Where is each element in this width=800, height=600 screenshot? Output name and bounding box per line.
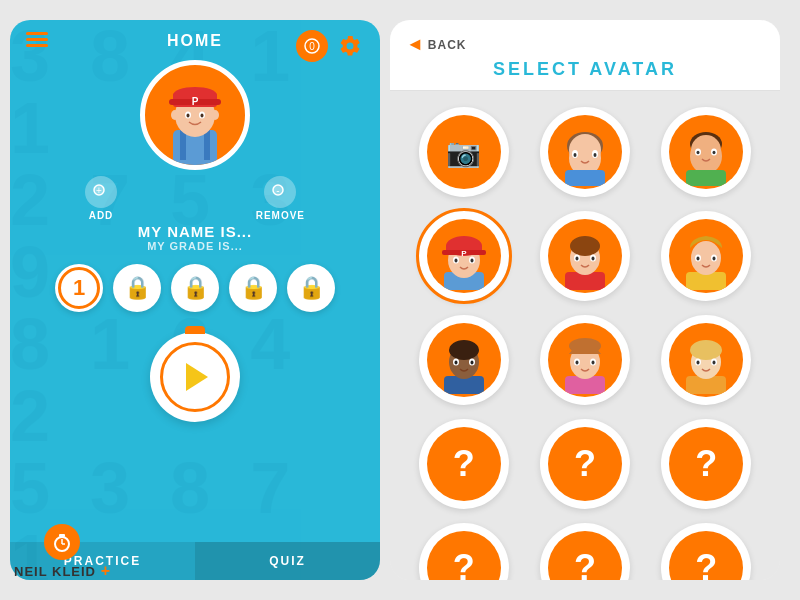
select-avatar-title: SELECT AVATAR [493,59,677,80]
avatar-item-camera[interactable]: 📷 [419,107,509,197]
hamburger-button[interactable] [26,32,48,47]
badge-icon[interactable]: 0 [296,30,328,62]
avatar-item-girl3[interactable] [540,315,630,405]
level-2-button[interactable]: 🔒 [113,264,161,312]
avatar-item-unknown2[interactable]: ? [540,419,630,509]
unknown2-icon: ? [574,443,596,485]
levels-row: 1 🔒 🔒 🔒 🔒 [55,264,335,312]
avatar-grid: 📷 [390,91,780,580]
back-arrow-icon: ◄ [406,34,424,55]
svg-point-76 [690,340,722,360]
svg-rect-4 [204,130,210,160]
svg-rect-28 [565,170,605,186]
avatar-item-girl2[interactable] [661,211,751,301]
svg-point-53 [591,257,594,261]
avatar-item-girl1[interactable] [540,107,630,197]
name-section: MY NAME IS... MY GRADE IS... [138,223,252,252]
lock-icon-2: 🔒 [124,275,151,301]
boy5-avatar [669,323,743,397]
avatar-item-unknown6[interactable]: ? [661,523,751,580]
svg-point-46 [470,259,473,263]
boy2-avatar: P [427,219,501,293]
boy2-face: P [430,222,498,290]
unknown4-icon: ? [453,547,475,580]
quiz-tab[interactable]: QUIZ [195,542,380,580]
back-button[interactable]: ◄ BACK [406,34,467,55]
avatar-item-unknown1[interactable]: ? [419,419,509,509]
svg-point-52 [575,257,578,261]
svg-point-16 [211,110,219,120]
timer-button[interactable] [150,332,240,422]
avatar-item-boy2-selected[interactable]: P [419,211,509,301]
avatar-item-unknown3[interactable]: ? [661,419,751,509]
unknown1-icon: ? [453,443,475,485]
girl1-avatar [548,115,622,189]
settings-button[interactable] [336,32,364,60]
svg-rect-84 [59,534,65,537]
boy4-avatar [427,323,501,397]
girl3-avatar [548,323,622,397]
svg-point-69 [569,338,601,354]
svg-point-79 [697,361,700,365]
level-4-button[interactable]: 🔒 [229,264,277,312]
brand-name: NEIL KLEID + [14,562,111,580]
svg-point-34 [697,151,700,155]
svg-point-66 [470,361,473,365]
right-panel: ◄ BACK SELECT AVATAR 📷 [390,20,780,580]
avatar-item-unknown5[interactable]: ? [540,523,630,580]
svg-text:P: P [192,96,199,107]
svg-point-23 [569,134,601,166]
camera-icon: 📷 [446,136,481,169]
svg-point-13 [187,114,190,118]
boy3-face [551,222,619,290]
svg-point-35 [713,151,716,155]
lock-icon-4: 🔒 [240,275,267,301]
boy3-avatar [548,219,622,293]
level-3-button[interactable]: 🔒 [171,264,219,312]
avatar-item-boy1[interactable] [661,107,751,197]
unknown5-icon: ? [574,547,596,580]
unknown6-icon: ? [695,547,717,580]
level-5-button[interactable]: 🔒 [287,264,335,312]
brand-timer-icon [44,524,80,560]
avatar-item-boy3[interactable] [540,211,630,301]
svg-point-26 [573,153,576,157]
svg-point-49 [570,236,600,256]
left-header: HOME 0 [10,20,380,54]
timer-inner [160,342,230,412]
unknown6-avatar: ? [669,531,743,580]
svg-text:-: - [277,185,280,196]
svg-point-27 [593,153,596,157]
unknown1-avatar: ? [427,427,501,501]
girl3-face [551,326,619,394]
unknown3-icon: ? [695,443,717,485]
avatar-item-boy5[interactable] [661,315,751,405]
avatar-item-boy4[interactable] [419,315,509,405]
boy1-avatar [669,115,743,189]
add-player-button[interactable]: + ADD [85,176,117,221]
boy1-face [672,118,740,186]
right-header: ◄ BACK SELECT AVATAR [390,20,780,91]
level-1-button[interactable]: 1 [55,264,103,312]
timer-brand-icon [51,531,73,553]
svg-point-15 [171,110,179,120]
unknown2-avatar: ? [548,427,622,501]
level-1-number: 1 [58,267,100,309]
timer-section [150,332,240,422]
avatar-section: P + [85,60,305,221]
boy-avatar: P [145,65,245,165]
svg-point-80 [713,361,716,365]
boy4-face [430,326,498,394]
stopwatch-top [185,326,205,334]
svg-text:P: P [461,249,467,258]
avatar-item-unknown4[interactable]: ? [419,523,509,580]
svg-point-65 [454,361,457,365]
unknown5-avatar: ? [548,531,622,580]
add-remove-row: + ADD - REMOVE [85,176,305,221]
remove-player-button[interactable]: - REMOVE [256,176,305,221]
avatar-circle[interactable]: P [140,60,250,170]
svg-text:+: + [96,185,102,196]
svg-point-62 [449,340,479,360]
svg-point-14 [201,114,204,118]
lock-icon-3: 🔒 [182,275,209,301]
